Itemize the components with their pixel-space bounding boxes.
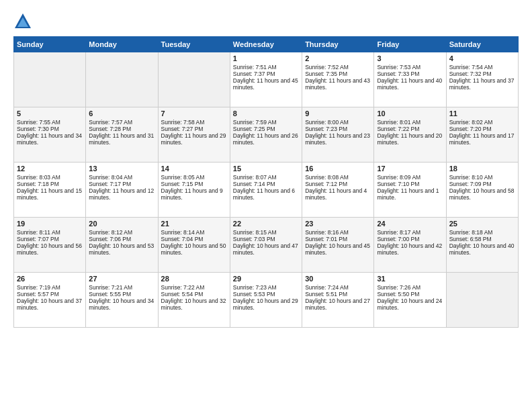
calendar-cell: 12Sunrise: 8:03 AMSunset: 7:18 PMDayligh… xyxy=(14,163,86,218)
sunset-text: Sunset: 6:58 PM xyxy=(449,236,515,242)
logo xyxy=(13,12,35,31)
calendar-cell: 13Sunrise: 8:04 AMSunset: 7:17 PMDayligh… xyxy=(86,163,158,218)
calendar-cell xyxy=(14,52,86,107)
weekday-header-sunday: Sunday xyxy=(14,37,86,52)
sunset-text: Sunset: 7:17 PM xyxy=(89,181,154,187)
daylight-text: Daylight: 11 hours and 20 minutes. xyxy=(377,132,443,146)
sunrise-text: Sunrise: 7:24 AM xyxy=(305,284,371,291)
sunrise-text: Sunrise: 8:10 AM xyxy=(449,174,515,181)
sunrise-text: Sunrise: 7:21 AM xyxy=(89,284,154,291)
calendar-cell xyxy=(86,52,158,107)
daylight-text: Daylight: 11 hours and 34 minutes. xyxy=(17,132,83,146)
day-number: 17 xyxy=(377,165,443,173)
weekday-header-wednesday: Wednesday xyxy=(230,37,302,52)
daylight-text: Daylight: 10 hours and 34 minutes. xyxy=(89,298,154,311)
daylight-text: Daylight: 10 hours and 32 minutes. xyxy=(161,298,227,311)
calendar-cell: 7Sunrise: 7:58 AMSunset: 7:27 PMDaylight… xyxy=(158,107,230,163)
sunrise-text: Sunrise: 8:09 AM xyxy=(377,174,443,181)
weekday-header-friday: Friday xyxy=(374,37,446,52)
day-number: 23 xyxy=(305,220,371,228)
sunrise-text: Sunrise: 8:01 AM xyxy=(377,119,443,126)
day-number: 20 xyxy=(89,220,154,228)
calendar-table: SundayMondayTuesdayWednesdayThursdayFrid… xyxy=(13,36,519,328)
sunset-text: Sunset: 7:32 PM xyxy=(449,71,515,77)
sunrise-text: Sunrise: 8:03 AM xyxy=(17,174,83,181)
header xyxy=(13,12,519,31)
day-number: 8 xyxy=(233,109,299,118)
page: SundayMondayTuesdayWednesdayThursdayFrid… xyxy=(0,0,532,411)
weekday-header-tuesday: Tuesday xyxy=(158,37,230,52)
sunrise-text: Sunrise: 8:05 AM xyxy=(161,174,227,181)
daylight-text: Daylight: 11 hours and 37 minutes. xyxy=(449,77,515,91)
daylight-text: Daylight: 10 hours and 24 minutes. xyxy=(377,298,443,311)
sunrise-text: Sunrise: 7:22 AM xyxy=(161,284,227,291)
sunset-text: Sunset: 7:37 PM xyxy=(233,71,299,77)
day-number: 4 xyxy=(449,54,515,62)
day-number: 26 xyxy=(17,275,83,283)
sunrise-text: Sunrise: 8:14 AM xyxy=(161,229,227,236)
sunrise-text: Sunrise: 8:02 AM xyxy=(449,119,515,126)
day-number: 5 xyxy=(17,109,83,118)
day-number: 29 xyxy=(233,275,299,283)
calendar-cell: 5Sunrise: 7:55 AMSunset: 7:30 PMDaylight… xyxy=(14,107,86,163)
sunset-text: Sunset: 7:03 PM xyxy=(233,236,299,242)
day-number: 7 xyxy=(161,109,227,118)
day-number: 9 xyxy=(305,109,371,118)
sunset-text: Sunset: 5:57 PM xyxy=(17,291,83,298)
sunrise-text: Sunrise: 8:17 AM xyxy=(377,229,443,236)
day-number: 12 xyxy=(17,165,83,173)
daylight-text: Daylight: 11 hours and 1 minute. xyxy=(377,187,443,201)
sunset-text: Sunset: 7:04 PM xyxy=(161,236,227,242)
calendar-week-1: 1Sunrise: 7:51 AMSunset: 7:37 PMDaylight… xyxy=(14,52,519,107)
calendar-cell: 10Sunrise: 8:01 AMSunset: 7:22 PMDayligh… xyxy=(374,107,446,163)
sunset-text: Sunset: 5:50 PM xyxy=(377,291,443,298)
sunrise-text: Sunrise: 8:12 AM xyxy=(89,229,154,236)
calendar-cell: 8Sunrise: 7:59 AMSunset: 7:25 PMDaylight… xyxy=(230,107,302,163)
sunset-text: Sunset: 7:22 PM xyxy=(377,126,443,132)
day-number: 3 xyxy=(377,54,443,62)
calendar-cell: 16Sunrise: 8:08 AMSunset: 7:12 PMDayligh… xyxy=(302,163,374,218)
day-number: 24 xyxy=(377,220,443,228)
day-number: 25 xyxy=(449,220,515,228)
day-number: 10 xyxy=(377,109,443,118)
sunset-text: Sunset: 7:28 PM xyxy=(89,126,154,132)
day-number: 21 xyxy=(161,220,227,228)
calendar-cell xyxy=(158,52,230,107)
daylight-text: Daylight: 11 hours and 6 minutes. xyxy=(233,187,299,201)
sunrise-text: Sunrise: 8:04 AM xyxy=(89,174,154,181)
sunset-text: Sunset: 7:23 PM xyxy=(305,126,371,132)
day-number: 19 xyxy=(17,220,83,228)
day-number: 16 xyxy=(305,165,371,173)
daylight-text: Daylight: 10 hours and 45 minutes. xyxy=(305,242,371,256)
sunrise-text: Sunrise: 7:52 AM xyxy=(305,64,371,71)
sunrise-text: Sunrise: 7:53 AM xyxy=(377,64,443,71)
sunrise-text: Sunrise: 8:11 AM xyxy=(17,229,83,236)
sunrise-text: Sunrise: 7:19 AM xyxy=(17,284,83,291)
sunset-text: Sunset: 7:18 PM xyxy=(17,181,83,187)
calendar-cell: 21Sunrise: 8:14 AMSunset: 7:04 PMDayligh… xyxy=(158,218,230,273)
daylight-text: Daylight: 10 hours and 42 minutes. xyxy=(377,242,443,256)
day-number: 27 xyxy=(89,275,154,283)
sunrise-text: Sunrise: 8:16 AM xyxy=(305,229,371,236)
sunset-text: Sunset: 7:30 PM xyxy=(17,126,83,132)
daylight-text: Daylight: 11 hours and 15 minutes. xyxy=(17,187,83,201)
daylight-text: Daylight: 10 hours and 53 minutes. xyxy=(89,242,154,256)
calendar-cell: 19Sunrise: 8:11 AMSunset: 7:07 PMDayligh… xyxy=(14,218,86,273)
daylight-text: Daylight: 11 hours and 40 minutes. xyxy=(377,77,443,91)
sunrise-text: Sunrise: 8:07 AM xyxy=(233,174,299,181)
calendar-cell: 26Sunrise: 7:19 AMSunset: 5:57 PMDayligh… xyxy=(14,273,86,328)
sunrise-text: Sunrise: 7:57 AM xyxy=(89,119,154,126)
day-number: 28 xyxy=(161,275,227,283)
calendar-week-2: 5Sunrise: 7:55 AMSunset: 7:30 PMDaylight… xyxy=(14,107,519,163)
sunrise-text: Sunrise: 8:18 AM xyxy=(449,229,515,236)
calendar-cell: 4Sunrise: 7:54 AMSunset: 7:32 PMDaylight… xyxy=(446,52,518,107)
sunset-text: Sunset: 7:12 PM xyxy=(305,181,371,187)
sunrise-text: Sunrise: 7:59 AM xyxy=(233,119,299,126)
sunrise-text: Sunrise: 7:55 AM xyxy=(17,119,83,126)
day-number: 15 xyxy=(233,165,299,173)
day-number: 1 xyxy=(233,54,299,62)
weekday-header-monday: Monday xyxy=(86,37,158,52)
daylight-text: Daylight: 10 hours and 47 minutes. xyxy=(233,242,299,256)
daylight-text: Daylight: 11 hours and 45 minutes. xyxy=(233,77,299,91)
sunset-text: Sunset: 5:54 PM xyxy=(161,291,227,298)
